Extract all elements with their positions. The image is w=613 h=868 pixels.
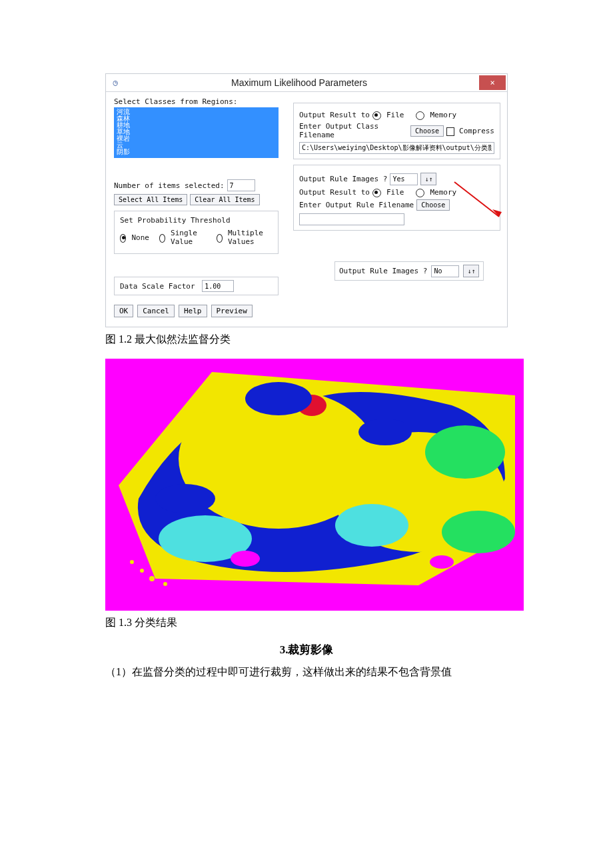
right-panel: Output Result to File Memory Enter Outpu… [285, 92, 507, 327]
radio-file[interactable] [372, 111, 381, 120]
radio-memory[interactable] [416, 111, 424, 120]
threshold-label: Set Probability Threshold [120, 216, 273, 225]
num-items-field[interactable] [227, 179, 255, 191]
choose-rule-file-button[interactable]: Choose [416, 199, 450, 211]
close-icon[interactable]: × [479, 75, 506, 90]
radio-file-rule[interactable] [372, 189, 381, 197]
radio-memory-rule[interactable] [416, 189, 424, 197]
figure-caption-2: 图 1.3 分类结果 [105, 616, 508, 630]
dialog-title-bar: ◷ Maximum Likelihood Parameters × [106, 74, 507, 92]
choose-class-file-button[interactable]: Choose [410, 125, 444, 137]
radio-file-rule-label: File [386, 188, 404, 197]
preview-button[interactable]: Preview [211, 305, 253, 317]
radio-single-label: Single Value [171, 229, 207, 246]
threshold-group: Set Probability Threshold None Single Va… [114, 211, 279, 254]
class-filename-field[interactable] [299, 142, 494, 154]
cancel-button[interactable]: Cancel [137, 305, 175, 317]
svg-point-15 [140, 569, 144, 573]
output-result-rule-label: Output Result to [299, 188, 370, 197]
rule-images-no-label: Output Rule Images ? [339, 267, 427, 275]
dialog-title: Maximum Likelihood Parameters [121, 77, 478, 88]
section-3-title: 3.裁剪影像 [105, 642, 508, 657]
select-all-button[interactable]: Select All Items [114, 194, 187, 205]
svg-point-5 [335, 504, 408, 547]
svg-point-16 [163, 582, 167, 586]
rule-images-yes-field[interactable] [390, 173, 418, 185]
radio-memory-rule-label: Memory [430, 188, 456, 197]
left-panel: Select Classes from Regions: 河流 森林 耕地 草地… [106, 92, 285, 327]
svg-point-18 [130, 560, 134, 564]
compress-checkbox[interactable] [446, 127, 454, 136]
radio-memory-label: Memory [430, 111, 456, 119]
classification-result-image [105, 359, 524, 611]
rule-filename-label: Enter Output Rule Filename [299, 201, 414, 209]
radio-multiple[interactable] [217, 234, 223, 243]
body-paragraph-1: （1）在监督分类的过程中即可进行裁剪，这样做出来的结果不包含背景值 [105, 666, 452, 677]
svg-point-11 [358, 419, 412, 445]
svg-point-9 [245, 382, 312, 415]
class-filename-label: Enter Output Class Filename [299, 122, 408, 139]
toggle-icon[interactable]: ↓↑ [420, 173, 436, 185]
ml-params-dialog: ◷ Maximum Likelihood Parameters × Select… [105, 73, 508, 327]
scale-label: Data Scale Factor [120, 282, 195, 291]
svg-point-7 [425, 425, 505, 479]
help-button[interactable]: Help [179, 305, 207, 317]
svg-point-10 [155, 484, 215, 513]
rule-images-no-field[interactable] [431, 265, 459, 277]
scale-field[interactable] [202, 280, 234, 292]
svg-point-13 [231, 551, 260, 567]
rule-images-yes-label: Output Rule Images ? [299, 175, 387, 183]
radio-none-label: None [131, 233, 149, 242]
app-icon: ◷ [110, 77, 121, 88]
select-classes-label: Select Classes from Regions: [114, 97, 279, 106]
rule-filename-field[interactable] [299, 213, 404, 225]
compress-label: Compress [459, 127, 494, 135]
num-items-label: Number of items selected: [114, 181, 225, 190]
radio-file-label: File [386, 111, 404, 119]
output-result-label: Output Result to [299, 111, 370, 119]
classes-listbox[interactable]: 河流 森林 耕地 草地 裸岩 云 阴影 [114, 107, 279, 158]
radio-none[interactable] [120, 234, 126, 243]
figure-caption-1: 图 1.2 最大似然法监督分类 [105, 333, 508, 347]
radio-multiple-label: Multiple Values [228, 229, 273, 246]
svg-point-12 [430, 555, 454, 569]
toggle-icon-2[interactable]: ↓↑ [463, 265, 479, 277]
ok-button[interactable]: OK [114, 305, 133, 317]
clear-all-button[interactable]: Clear All Items [190, 194, 259, 205]
svg-point-17 [169, 571, 175, 576]
svg-point-8 [442, 511, 515, 553]
svg-point-14 [149, 576, 155, 581]
radio-single[interactable] [159, 234, 165, 243]
rule-images-no-box: Output Rule Images ? ↓↑ [334, 261, 484, 281]
